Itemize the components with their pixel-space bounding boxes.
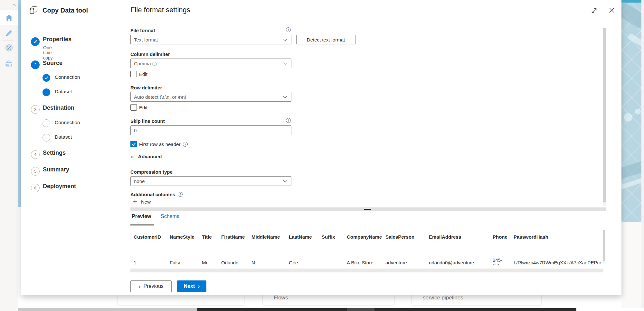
page-bottom-scrollbar-segment[interactable] bbox=[347, 308, 374, 311]
table-cell bbox=[318, 245, 344, 265]
expand-icon[interactable] bbox=[591, 7, 598, 14]
scrollbar-thumb[interactable] bbox=[603, 230, 605, 261]
step-label: Destination bbox=[43, 105, 74, 111]
step-label: Dataset bbox=[55, 134, 72, 140]
skip-line-count-input[interactable]: 0 bbox=[130, 125, 291, 135]
compression-type-value: none bbox=[134, 178, 145, 184]
background-card-label: service pipelines bbox=[423, 295, 463, 301]
close-icon[interactable] bbox=[608, 6, 616, 14]
column-header: Suffix bbox=[318, 229, 344, 245]
step-sublabel: One time copy bbox=[43, 45, 53, 60]
expand-rail-icon[interactable]: » bbox=[13, 2, 16, 7]
skip-line-count-label: Skip line count bbox=[130, 118, 165, 124]
background-card: service pipelines bbox=[412, 293, 541, 305]
page-bottom-scrollbar-track[interactable] bbox=[18, 308, 197, 311]
file-format-info-icon[interactable]: i bbox=[286, 27, 291, 32]
tab-schema[interactable]: Schema bbox=[161, 214, 180, 223]
additional-columns-info-icon[interactable]: i bbox=[178, 192, 183, 197]
table-cell: L/Rlwxzp4w7RWmEgXX+/A7cXaePEPcr bbox=[510, 245, 602, 265]
form-horizontal-scrollbar[interactable] bbox=[130, 207, 606, 211]
chevron-down-icon bbox=[283, 62, 287, 65]
chevron-down-icon bbox=[283, 96, 287, 98]
step-label: Dataset bbox=[55, 89, 72, 95]
detect-text-format-button[interactable]: Detect text format bbox=[296, 35, 355, 44]
chevron-down-icon bbox=[283, 39, 287, 41]
table-cell: orlando0@adventure- bbox=[426, 245, 489, 265]
column-header: NameStyle bbox=[166, 229, 199, 245]
step-done-icon bbox=[43, 74, 50, 82]
column-header: Phone bbox=[489, 229, 510, 245]
skip-line-count-value: 0 bbox=[134, 128, 137, 133]
app-rail: » bbox=[0, 0, 18, 311]
preview-table-header: CustomerID NameStyle Title FirstName Mid… bbox=[130, 229, 602, 245]
screen: Flows service pipelines » bbox=[0, 0, 644, 311]
table-cell: Orlando bbox=[218, 245, 248, 265]
row-delimiter-select[interactable]: Auto detect (\r,\n, or \r\n) bbox=[130, 92, 291, 102]
chevron-right-icon: › bbox=[198, 283, 200, 289]
column-header: PasswordHash bbox=[510, 229, 602, 245]
background-card: Flows bbox=[263, 293, 394, 305]
skip-line-count-info-icon[interactable]: i bbox=[286, 118, 291, 123]
scrollbar-thumb[interactable] bbox=[364, 209, 371, 210]
additional-columns-label: Additional columnsi bbox=[130, 192, 183, 197]
column-header: CustomerID bbox=[130, 229, 166, 245]
advanced-label: Advanced bbox=[138, 154, 162, 160]
table-vertical-scrollbar[interactable] bbox=[603, 230, 605, 264]
tab-preview[interactable]: Preview bbox=[132, 214, 151, 223]
home-icon bbox=[5, 14, 13, 22]
background-page bbox=[621, 222, 641, 308]
background-card-label: Flows bbox=[274, 295, 288, 301]
check-icon bbox=[132, 142, 136, 146]
table-body-viewport: 1 False Mr. Orlando N. Gee A Bike Store … bbox=[130, 245, 606, 265]
row-delimiter-edit-label: Edit bbox=[139, 105, 147, 110]
scrollbar-thumb[interactable] bbox=[603, 28, 606, 202]
table-cell: adventure- bbox=[382, 245, 426, 265]
add-new-column-button[interactable]: + New bbox=[133, 198, 151, 205]
rail-accent-strip bbox=[18, 0, 21, 207]
step-label: Summary bbox=[43, 166, 69, 173]
column-delimiter-edit-checkbox[interactable] bbox=[130, 71, 137, 77]
rail-item-monitor[interactable] bbox=[0, 41, 18, 55]
step-pending-dot bbox=[43, 134, 50, 142]
monitor-gauge-icon bbox=[5, 43, 14, 52]
next-button[interactable]: Next › bbox=[177, 280, 206, 292]
table-header-row: CustomerID NameStyle Title FirstName Mid… bbox=[130, 229, 602, 245]
advanced-expander[interactable]: ▷ Advanced bbox=[131, 154, 162, 160]
rail-item-author[interactable] bbox=[0, 26, 18, 41]
copy-data-icon bbox=[29, 6, 38, 15]
step-current-dot bbox=[43, 88, 50, 96]
file-format-select[interactable]: Text format bbox=[130, 35, 291, 44]
column-header: Title bbox=[199, 229, 218, 245]
dialog-header: Copy Data tool bbox=[29, 6, 88, 15]
table-row: 1 False Mr. Orlando N. Gee A Bike Store … bbox=[130, 245, 602, 265]
manage-toolbox-icon bbox=[5, 59, 13, 68]
compression-type-select[interactable]: none bbox=[130, 176, 291, 186]
previous-button[interactable]: ‹ Previous bbox=[130, 280, 172, 292]
first-row-as-header-checkbox[interactable] bbox=[130, 141, 137, 147]
step-label: Deployment bbox=[43, 183, 76, 190]
chevron-right-icon: ▷ bbox=[131, 155, 134, 159]
file-format-value: Text format bbox=[134, 37, 158, 42]
rail-item-manage[interactable] bbox=[0, 56, 18, 71]
step-number-badge: 6 bbox=[31, 184, 40, 192]
copy-data-tool-dialog: Copy Data tool Properties One time copy … bbox=[21, 0, 621, 295]
background-card bbox=[118, 293, 244, 305]
column-delimiter-select[interactable]: Comma (,) bbox=[130, 59, 291, 68]
chevron-down-icon bbox=[283, 180, 287, 183]
step-label: Connection bbox=[55, 74, 80, 80]
step-label: Settings bbox=[43, 150, 66, 156]
step-number-badge: 3 bbox=[31, 105, 40, 114]
form-vertical-scrollbar[interactable] bbox=[603, 28, 606, 206]
table-horizontal-scrollbar[interactable] bbox=[130, 269, 603, 272]
first-row-as-header-info-icon[interactable]: i bbox=[183, 142, 188, 147]
column-header: FirstName bbox=[218, 229, 248, 245]
row-delimiter-edit-checkbox[interactable] bbox=[130, 104, 137, 111]
page-bottom-scrollbar-segment[interactable] bbox=[374, 308, 576, 311]
column-header: EmailAddress bbox=[426, 229, 489, 245]
tool-title: Copy Data tool bbox=[43, 7, 88, 14]
row-delimiter-value: Auto detect (\r,\n, or \r\n) bbox=[134, 94, 186, 100]
column-delimiter-label: Column delimiter bbox=[130, 51, 170, 57]
page-bottom-scrollbar-segment[interactable] bbox=[197, 308, 347, 311]
rail-item-home[interactable] bbox=[0, 10, 18, 25]
background-page-edge bbox=[641, 0, 644, 308]
